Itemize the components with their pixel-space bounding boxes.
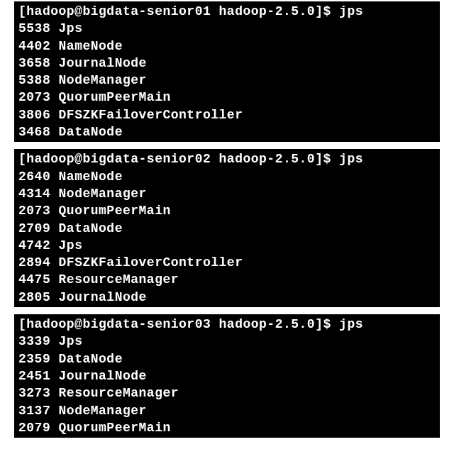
process-pid: 2640 <box>18 170 50 184</box>
process-name: JournalNode <box>59 290 147 304</box>
prompt-line: [hadoop@bigdata-senior02 hadoop-2.5.0]$ … <box>18 152 363 166</box>
process-name: QuorumPeerMain <box>59 421 171 435</box>
process-name: NameNode <box>59 170 123 184</box>
process-pid: 2073 <box>18 204 50 218</box>
process-name: DFSZKFailoverController <box>59 108 243 122</box>
process-row: 3137 NodeManager <box>18 402 436 419</box>
process-row: 5538 Jps <box>18 20 436 37</box>
process-pid: 2894 <box>18 255 50 270</box>
process-row: 4742 Jps <box>18 237 436 254</box>
process-row: 3658 JournalNode <box>18 55 436 72</box>
process-name: QuorumPeerMain <box>59 90 171 104</box>
process-pid: 3806 <box>18 108 50 122</box>
prompt-close-bracket: ]$ <box>315 152 331 166</box>
process-row: 4314 NodeManager <box>18 185 436 202</box>
prompt-open-bracket: [ <box>18 317 26 331</box>
process-row: 2073 QuorumPeerMain <box>18 202 436 219</box>
process-pid: 2079 <box>18 421 50 435</box>
process-pid: 3339 <box>18 334 50 348</box>
process-name: JournalNode <box>59 369 147 383</box>
process-pid: 2359 <box>18 352 50 366</box>
prompt-line: [hadoop@bigdata-senior01 hadoop-2.5.0]$ … <box>18 4 363 18</box>
process-row: 2640 NameNode <box>18 168 436 185</box>
process-row: 2073 QuorumPeerMain <box>18 89 436 106</box>
process-pid: 4402 <box>18 39 50 53</box>
process-name: DataNode <box>59 125 123 139</box>
process-pid: 4475 <box>18 272 50 287</box>
prompt-close-bracket: ]$ <box>315 4 331 18</box>
prompt-open-bracket: [ <box>18 152 26 166</box>
process-name: DFSZKFailoverController <box>59 255 243 270</box>
prompt-user-host: hadoop@bigdata-senior03 hadoop-2.5.0 <box>26 317 315 331</box>
process-pid: 3137 <box>18 404 50 418</box>
process-row: 5388 NodeManager <box>18 72 436 89</box>
process-pid: 3273 <box>18 386 50 400</box>
command-text: jps <box>331 317 363 331</box>
process-name: JournalNode <box>59 56 147 70</box>
process-name: Jps <box>59 21 83 35</box>
process-pid: 5388 <box>18 73 50 87</box>
process-pid: 4742 <box>18 238 50 253</box>
process-pid: 5538 <box>18 21 50 35</box>
process-name: NameNode <box>59 39 123 53</box>
process-row: 3468 DataNode <box>18 123 436 140</box>
process-row: 3273 ResourceManager <box>18 384 436 402</box>
process-name: ResourceManager <box>59 386 179 400</box>
process-name: QuorumPeerMain <box>59 204 171 218</box>
process-name: NodeManager <box>59 404 147 418</box>
process-row: 2805 JournalNode <box>18 289 436 306</box>
prompt-user-host: hadoop@bigdata-senior02 hadoop-2.5.0 <box>26 152 315 166</box>
process-row: 2451 JournalNode <box>18 367 436 384</box>
terminal-session-1[interactable]: [hadoop@bigdata-senior01 hadoop-2.5.0]$ … <box>14 1 440 142</box>
process-row: 2894 DFSZKFailoverController <box>18 254 436 271</box>
prompt-open-bracket: [ <box>18 4 26 18</box>
terminal-session-2[interactable]: [hadoop@bigdata-senior02 hadoop-2.5.0]$ … <box>14 149 440 307</box>
process-name: DataNode <box>59 221 123 236</box>
process-name: Jps <box>59 334 83 348</box>
process-pid: 4314 <box>18 187 50 201</box>
process-name: NodeManager <box>59 73 147 87</box>
process-name: Jps <box>59 238 83 253</box>
process-pid: 3468 <box>18 125 50 139</box>
process-row: 2079 QuorumPeerMain <box>18 419 436 436</box>
process-name: NodeManager <box>59 187 147 201</box>
prompt-user-host: hadoop@bigdata-senior01 hadoop-2.5.0 <box>26 4 315 18</box>
prompt-close-bracket: ]$ <box>315 317 331 331</box>
process-pid: 2451 <box>18 369 50 383</box>
process-row: 3339 Jps <box>18 333 436 350</box>
process-pid: 2073 <box>18 90 50 104</box>
process-pid: 2709 <box>18 221 50 236</box>
process-pid: 2805 <box>18 290 50 304</box>
process-row: 2359 DataNode <box>18 350 436 367</box>
process-row: 2709 DataNode <box>18 220 436 237</box>
terminal-session-3[interactable]: [hadoop@bigdata-senior03 hadoop-2.5.0]$ … <box>14 314 440 438</box>
process-pid: 3658 <box>18 56 50 70</box>
process-row: 4402 NameNode <box>18 38 436 55</box>
command-text: jps <box>331 152 363 166</box>
process-row: 3806 DFSZKFailoverController <box>18 106 436 123</box>
process-row: 4475 ResourceManager <box>18 271 436 288</box>
process-name: DataNode <box>59 352 123 366</box>
command-text: jps <box>331 4 363 18</box>
process-name: ResourceManager <box>59 272 179 287</box>
prompt-line: [hadoop@bigdata-senior03 hadoop-2.5.0]$ … <box>18 317 363 331</box>
